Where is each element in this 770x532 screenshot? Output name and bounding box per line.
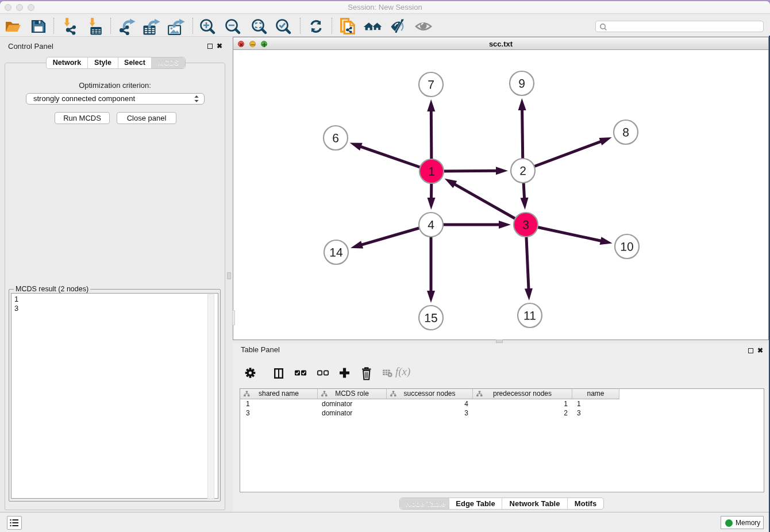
svg-text:6: 6 <box>332 131 339 144</box>
svg-text:11: 11 <box>523 309 536 322</box>
svg-text:14: 14 <box>329 245 343 259</box>
svg-text:9: 9 <box>518 76 525 90</box>
svg-text:8: 8 <box>622 125 629 138</box>
svg-text:2: 2 <box>519 164 526 177</box>
svg-text:7: 7 <box>428 78 434 91</box>
svg-text:1: 1 <box>428 164 435 178</box>
svg-text:3: 3 <box>522 218 529 231</box>
svg-text:10: 10 <box>620 240 633 253</box>
svg-text:15: 15 <box>424 311 437 324</box>
svg-text:4: 4 <box>428 218 434 231</box>
